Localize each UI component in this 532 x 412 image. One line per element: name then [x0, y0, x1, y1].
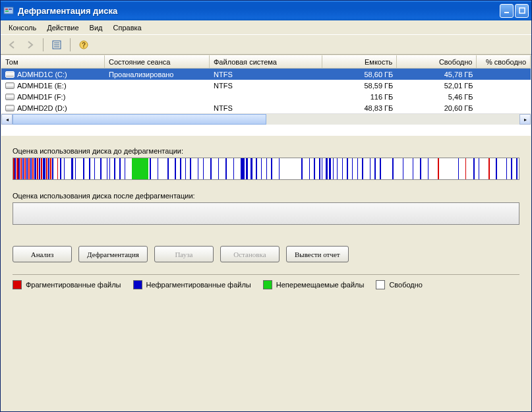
- app-window: Дефрагментация диска Консоль Действие Ви…: [0, 0, 532, 412]
- frag-segment: [20, 158, 22, 179]
- menu-help[interactable]: Справка: [108, 22, 147, 33]
- frag-segment: [403, 158, 404, 179]
- frag-segment: [261, 158, 262, 179]
- cell-pctfree: [477, 85, 531, 86]
- svg-rect-4: [504, 12, 509, 13]
- frag-segment: [158, 158, 159, 179]
- properties-button[interactable]: [49, 37, 65, 53]
- frag-segment: [458, 158, 459, 179]
- frag-segment: [218, 158, 220, 179]
- frag-segment: [326, 158, 328, 179]
- cell-capacity: 48,83 ГБ: [322, 103, 397, 113]
- frag-segment: [271, 158, 272, 179]
- scroll-left-button[interactable]: ◂: [1, 114, 13, 125]
- frag-segment: [241, 158, 245, 179]
- cell-pctfree: [477, 107, 531, 109]
- frag-segment: [337, 158, 338, 179]
- frag-segment: [75, 158, 76, 179]
- table-row[interactable]: ADMHD1F (F:)116 ГБ5,46 ГБ: [1, 91, 531, 102]
- back-button: [5, 37, 20, 53]
- cell-volume: ADMHD1C (C:): [1, 70, 105, 79]
- fragmentation-map-before: [13, 158, 519, 180]
- help-button[interactable]: ?: [76, 37, 92, 53]
- horizontal-scrollbar[interactable]: ◂ ▸: [1, 113, 531, 125]
- frag-segment: [362, 158, 363, 179]
- menu-action[interactable]: Действие: [42, 22, 84, 33]
- legend-label: Неперемещаемые файлы: [276, 281, 365, 289]
- frag-segment: [479, 158, 480, 179]
- frag-segment: [64, 158, 65, 179]
- panel-area: Оценка использования диска до дефрагмент…: [1, 136, 531, 411]
- menubar: Консоль Действие Вид Справка: [1, 20, 531, 35]
- cell-capacity: 116 ГБ: [322, 92, 397, 102]
- frag-segment: [256, 158, 257, 179]
- frag-segment: [203, 158, 204, 179]
- cell-free: 5,46 ГБ: [397, 92, 477, 102]
- col-fs[interactable]: Файловая система: [210, 55, 322, 68]
- titlebar[interactable]: Дефрагментация диска: [1, 1, 531, 20]
- forward-button: [22, 37, 38, 53]
- legend-free: Свободно: [376, 280, 423, 289]
- pause-button: Пауза: [154, 246, 214, 262]
- frag-segment: [43, 158, 45, 179]
- frag-segment: [30, 158, 32, 179]
- frag-segment: [18, 158, 20, 179]
- frag-segment: [60, 158, 61, 179]
- frag-segment: [22, 158, 24, 179]
- frag-segment: [488, 158, 490, 179]
- frag-segment: [511, 158, 512, 179]
- fragmentation-map-after: [13, 202, 519, 225]
- window-title: Дефрагментация диска: [18, 6, 498, 16]
- frag-segment: [109, 158, 111, 179]
- legend-label: Нефрагментированные файлы: [146, 281, 251, 289]
- frag-segment: [347, 158, 348, 179]
- svg-text:?: ?: [82, 42, 86, 49]
- frag-segment: [333, 158, 334, 179]
- analyze-button[interactable]: Анализ: [13, 246, 72, 262]
- scroll-thumb[interactable]: [13, 114, 266, 125]
- frag-segment: [506, 158, 508, 179]
- report-button[interactable]: Вывести отчет: [286, 246, 349, 262]
- col-volume[interactable]: Том: [1, 55, 105, 68]
- frag-segment: [46, 158, 47, 179]
- maximize-button[interactable]: [515, 4, 529, 18]
- scroll-right-button[interactable]: ▸: [519, 114, 531, 125]
- table-row[interactable]: ADMHD1E (E:)NTFS58,59 ГБ52,01 ГБ: [1, 80, 531, 91]
- frag-segment: [125, 158, 126, 179]
- frag-segment: [428, 158, 429, 179]
- stop-button: Остановка: [220, 246, 280, 262]
- minimize-button[interactable]: [500, 4, 514, 18]
- frag-segment: [16, 158, 18, 179]
- frag-segment: [342, 158, 343, 179]
- app-icon: [3, 5, 14, 16]
- col-free[interactable]: Свободно: [397, 55, 477, 68]
- frag-segment: [175, 158, 176, 179]
- button-row: Анализ Дефрагментация Пауза Остановка Вы…: [13, 246, 519, 262]
- frag-segment: [167, 158, 169, 179]
- frag-segment: [57, 158, 59, 179]
- scroll-track[interactable]: [13, 114, 519, 125]
- content-area: Том Состояние сеанса Файловая система Ем…: [1, 55, 531, 411]
- drive-icon: [5, 82, 15, 89]
- cell-capacity: 58,60 ГБ: [322, 70, 397, 79]
- legend-swatch-green: [263, 280, 272, 289]
- col-session[interactable]: Состояние сеанса: [105, 55, 210, 68]
- menu-view[interactable]: Вид: [84, 22, 108, 33]
- defragment-button[interactable]: Дефрагментация: [78, 246, 148, 262]
- col-pctfree[interactable]: % свободно: [477, 55, 531, 68]
- cell-free: 20,60 ГБ: [397, 103, 477, 113]
- frag-segment: [233, 158, 235, 179]
- legend-label: Фрагментированные файлы: [26, 281, 121, 289]
- frag-segment: [438, 158, 439, 179]
- col-capacity[interactable]: Емкость: [322, 55, 397, 68]
- table-row[interactable]: ADMHD2D (D:)NTFS48,83 ГБ20,60 ГБ: [1, 102, 531, 113]
- toolbar-separator: [43, 38, 44, 51]
- menu-console[interactable]: Консоль: [3, 22, 42, 33]
- svg-rect-3: [5, 11, 9, 12]
- frag-segment: [516, 158, 517, 179]
- cell-volume: ADMHD1E (E:): [1, 81, 105, 90]
- frag-segment: [89, 158, 90, 179]
- table-row[interactable]: ADMHD1C (C:)ПроанализированоNTFS58,60 ГБ…: [1, 69, 531, 80]
- frag-segment: [32, 158, 34, 179]
- cell-session: [105, 85, 210, 86]
